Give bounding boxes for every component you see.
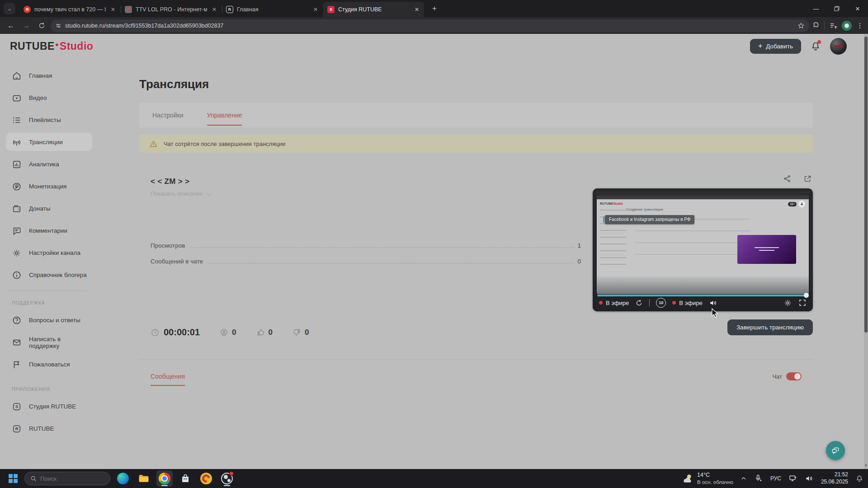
volume-tray-icon[interactable] (805, 474, 814, 483)
live-badge-2[interactable]: В эфире (672, 300, 702, 306)
sidebar-label: Пожаловаться (29, 361, 70, 368)
maximize-button[interactable] (826, 0, 847, 17)
reload-icon[interactable] (35, 19, 48, 32)
comment-icon (12, 226, 22, 236)
sidebar-item-blogger-guide[interactable]: Справочник блогера (0, 264, 96, 286)
weather-widget[interactable]: 14°C В осн. облачно (682, 472, 733, 485)
restart-icon[interactable] (635, 299, 643, 307)
reading-list-icon[interactable] (829, 22, 837, 30)
tray-date: 25.06.2025 (821, 479, 848, 486)
warning-icon (149, 140, 158, 148)
floating-chat-button[interactable] (826, 441, 845, 460)
wallet-icon (12, 204, 22, 214)
viewers-count: 0 (220, 328, 236, 337)
edge-icon[interactable] (115, 470, 131, 487)
page-scrollbar[interactable]: ▼ (864, 34, 868, 469)
show-description-link[interactable]: Показать описание (151, 190, 581, 197)
network-icon[interactable] (788, 474, 797, 483)
sidebar-label: RUTUBE (29, 425, 54, 432)
tab-close-icon[interactable]: ✕ (109, 6, 117, 13)
tab-close-icon[interactable]: ✕ (413, 6, 420, 13)
bookmark-star-icon[interactable] (797, 22, 805, 29)
taskbar-search[interactable] (24, 472, 110, 485)
back-icon[interactable]: ← (5, 19, 17, 32)
player-progress-bar[interactable] (597, 295, 808, 296)
browser-menu-icon[interactable] (856, 22, 863, 29)
tab-settings[interactable]: Настройки (152, 112, 184, 119)
rutube-studio-logo[interactable]: RUTUBE●Studio (10, 40, 93, 52)
sidebar-item-contact-support[interactable]: Написать в поддержку (0, 331, 96, 353)
player-settings-icon[interactable] (783, 299, 792, 307)
sidebar-item-channel-settings[interactable]: Настройки канала (0, 242, 96, 264)
open-external-icon[interactable] (803, 174, 812, 183)
file-explorer-icon[interactable] (136, 470, 152, 487)
player-controls: В эфире 10 В эфире (599, 297, 807, 308)
skip-10-icon[interactable]: 10 (656, 298, 666, 308)
tab-management[interactable]: Управление (207, 112, 242, 119)
notifications-bell-icon[interactable] (810, 41, 821, 52)
url-bar[interactable]: studio.rutube.ru/stream/3cf91553b17da1a3… (51, 19, 809, 32)
chat-toggle-label: Чат (772, 373, 782, 380)
sidebar-item-report[interactable]: Пожаловаться (0, 353, 96, 375)
sidebar-item-analytics[interactable]: Аналитика (0, 153, 96, 175)
dislikes-count: 0 (292, 328, 309, 337)
studio-app-icon: S (12, 402, 22, 412)
chrome-icon[interactable] (156, 470, 173, 487)
sidebar-item-donations[interactable]: Донаты (0, 197, 96, 220)
tab-close-icon[interactable]: ✕ (312, 6, 319, 13)
tray-expand-chevron[interactable] (741, 475, 747, 482)
share-icon[interactable] (783, 174, 792, 183)
browser-profile-avatar[interactable] (842, 21, 852, 31)
scrollbar-down-arrow[interactable]: ▼ (864, 464, 868, 468)
sidebar-label: Написать в поддержку (29, 336, 90, 349)
flag-icon (12, 360, 22, 370)
sidebar-item-playlists[interactable]: Плейлисты (0, 109, 96, 131)
analytics-icon (12, 160, 22, 169)
volume-icon[interactable] (709, 299, 717, 307)
scrollbar-thumb[interactable] (864, 37, 868, 333)
language-indicator[interactable]: РУС (770, 475, 781, 482)
minimize-button[interactable]: — (806, 0, 826, 17)
notification-center-icon[interactable] (855, 474, 863, 483)
support-section-header: ПОДДЕРЖКА (0, 296, 96, 309)
obs-studio-icon[interactable] (219, 470, 235, 487)
sidebar-item-comments[interactable]: Комментарии (0, 220, 96, 242)
tab-close-icon[interactable]: ✕ (211, 6, 218, 13)
app-icon-yellow-red[interactable] (198, 470, 214, 487)
sidebar-item-studio-app[interactable]: S Студия RUTUBE (0, 395, 96, 418)
sidebar-item-monetization[interactable]: Монетизация (0, 175, 96, 197)
mic-location-icon[interactable] (754, 474, 763, 483)
gear-icon (12, 248, 22, 258)
browser-tab-3[interactable]: R Главная ✕ (222, 2, 323, 17)
mail-icon (12, 338, 22, 347)
sidebar-item-rutube-app[interactable]: R RUTUBE (0, 418, 96, 440)
browser-tab-2[interactable]: TTV LOL PRO - Интернет-магаз ✕ (120, 2, 222, 17)
sidebar-item-home[interactable]: Главная (0, 65, 96, 87)
browser-tab-active[interactable]: S Студия RUTUBE ✕ (323, 2, 424, 17)
microsoft-store-icon[interactable] (177, 470, 193, 487)
tab-messages[interactable]: Сообщения (151, 373, 185, 380)
question-icon (12, 315, 22, 325)
browser-tab-1[interactable]: Я почему твич стал в 720 — Янд ✕ (19, 2, 120, 17)
user-avatar[interactable] (830, 38, 847, 55)
sidebar-item-broadcasts[interactable]: Трансляции (0, 131, 96, 153)
close-window-button[interactable]: ✕ (847, 0, 868, 17)
add-button[interactable]: + Добавить (750, 39, 801, 54)
search-input[interactable] (40, 475, 99, 482)
sidebar-item-qa[interactable]: Вопросы и ответы (0, 309, 96, 331)
start-button[interactable] (6, 472, 20, 485)
new-tab-button[interactable]: + (429, 3, 440, 14)
tab-title: Студия RUTUBE (338, 6, 410, 13)
tab-title: Главная (237, 6, 308, 13)
clock-widget[interactable]: 21:52 25.06.2025 (821, 471, 848, 485)
stream-preview-player[interactable]: RUTUBEStudio Создание трансляции 18+ ♟ F… (593, 188, 813, 311)
sidebar-item-video[interactable]: Видео (0, 87, 96, 109)
chat-toggle[interactable] (786, 372, 802, 380)
forward-icon[interactable]: → (20, 19, 33, 32)
fullscreen-icon[interactable] (798, 299, 807, 307)
extensions-icon[interactable] (812, 22, 820, 29)
finish-stream-button[interactable]: Завершить трансляцию (727, 319, 813, 335)
tab-search-button[interactable]: ⌄ (4, 3, 15, 14)
stat-row-views: Просмотров 1 (151, 242, 581, 258)
site-info-icon[interactable] (55, 23, 61, 29)
